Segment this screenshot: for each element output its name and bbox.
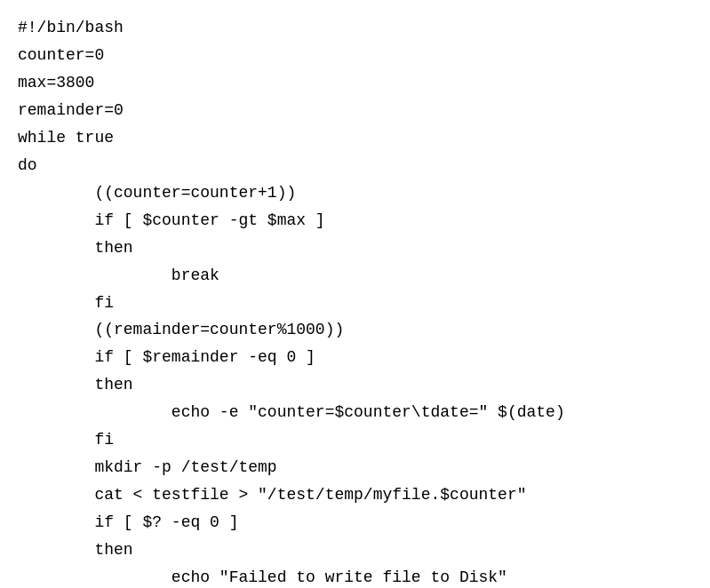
code-block: #!/bin/bash counter=0 max=3800 remainder… (18, 14, 692, 588)
code-container: #!/bin/bash counter=0 max=3800 remainder… (0, 0, 710, 588)
